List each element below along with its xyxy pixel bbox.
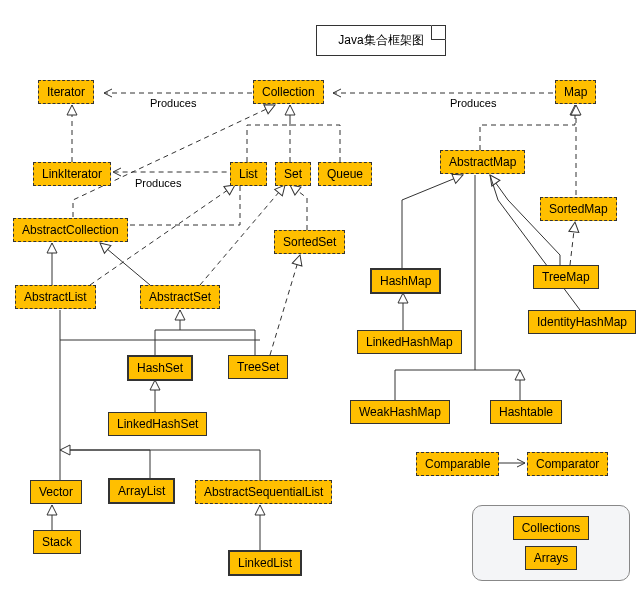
node-weak-hash-map: WeakHashMap <box>350 400 450 424</box>
label-produces-3: Produces <box>135 177 181 189</box>
node-iterator: Iterator <box>38 80 94 104</box>
label-produces-1: Produces <box>150 97 196 109</box>
legend-collections: Collections <box>513 516 590 540</box>
node-linked-hash-set: LinkedHashSet <box>108 412 207 436</box>
node-stack: Stack <box>33 530 81 554</box>
node-linked-list: LinkedList <box>228 550 302 576</box>
node-tree-map: TreeMap <box>533 265 599 289</box>
legend-panel: Collections Arrays <box>472 505 630 581</box>
node-comparator: Comparator <box>527 452 608 476</box>
node-abstract-sequential-list: AbstractSequentialList <box>195 480 332 504</box>
node-abstract-map: AbstractMap <box>440 150 525 174</box>
node-hash-map: HashMap <box>370 268 441 294</box>
node-set: Set <box>275 162 311 186</box>
node-sorted-map: SortedMap <box>540 197 617 221</box>
node-abstract-collection: AbstractCollection <box>13 218 128 242</box>
node-tree-set: TreeSet <box>228 355 288 379</box>
diagram-title: Java集合框架图 <box>338 33 423 47</box>
node-queue: Queue <box>318 162 372 186</box>
node-vector: Vector <box>30 480 82 504</box>
node-link-iterator: LinkIterator <box>33 162 111 186</box>
node-abstract-set: AbstractSet <box>140 285 220 309</box>
node-collection: Collection <box>253 80 324 104</box>
node-comparable: Comparable <box>416 452 499 476</box>
node-identity-hash-map: IdentityHashMap <box>528 310 636 334</box>
diagram-title-note: Java集合框架图 <box>316 25 446 56</box>
legend-arrays: Arrays <box>525 546 578 570</box>
node-array-list: ArrayList <box>108 478 175 504</box>
node-list: List <box>230 162 267 186</box>
node-hashtable: Hashtable <box>490 400 562 424</box>
node-hash-set: HashSet <box>127 355 193 381</box>
node-map: Map <box>555 80 596 104</box>
node-abstract-list: AbstractList <box>15 285 96 309</box>
label-produces-2: Produces <box>450 97 496 109</box>
node-linked-hash-map: LinkedHashMap <box>357 330 462 354</box>
node-sorted-set: SortedSet <box>274 230 345 254</box>
